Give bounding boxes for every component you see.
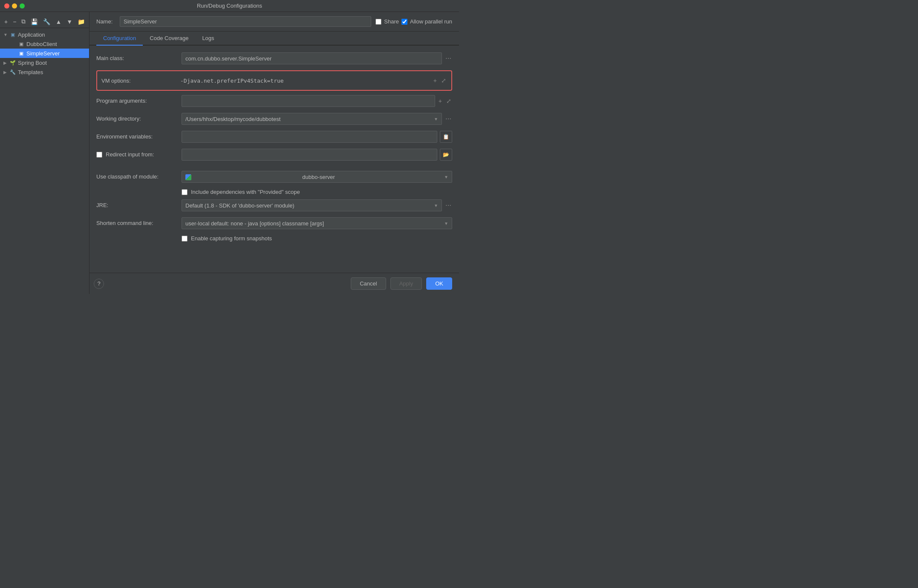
vm-options-input[interactable]: [180, 78, 430, 84]
vm-options-add-button[interactable]: +: [433, 76, 438, 85]
vm-options-expand-button[interactable]: ⤢: [440, 76, 447, 85]
classpath-control: dubbo-server ▼: [182, 171, 452, 183]
redirect-input-checkbox-area: Redirect input from:: [96, 149, 182, 158]
redirect-input-browse-button[interactable]: 📂: [440, 149, 452, 161]
enable-capturing-row: Enable capturing form snapshots: [96, 235, 452, 242]
sidebar-toolbar: + − ⧉ 💾 🔧 ▲ ▼ 📁 ↕: [0, 15, 89, 28]
allow-parallel-checkbox[interactable]: [401, 19, 407, 25]
sidebar-item-simpleserver[interactable]: ▣ SimpleServer: [0, 49, 89, 58]
right-panel: Name: Share Allow parallel run Configura…: [89, 12, 459, 294]
enable-capturing-checkbox[interactable]: [182, 236, 188, 242]
save-config-button[interactable]: 💾: [29, 17, 40, 26]
expand-arrow-templates: ▶: [3, 70, 9, 75]
simpleserver-icon: ▣: [18, 50, 25, 57]
main-layout: + − ⧉ 💾 🔧 ▲ ▼ 📁 ↕ ▼ ▣ Application ▣ Dubb…: [0, 12, 459, 294]
include-deps-label: Include dependencies with "Provided" sco…: [191, 189, 300, 195]
simpleserver-label: SimpleServer: [26, 50, 60, 57]
maximize-button[interactable]: [20, 3, 25, 9]
redirect-input-row: Redirect input from: 📂: [96, 149, 452, 162]
working-dir-arrow-icon: ▼: [434, 117, 438, 121]
move-down-button[interactable]: ▼: [65, 17, 74, 26]
content-area: Main class: ⋯ VM options: + ⤢ Program ar…: [89, 46, 459, 273]
jre-label: JRE:: [96, 199, 182, 208]
springboot-label: Spring Boot: [18, 60, 47, 66]
ok-button[interactable]: OK: [426, 277, 452, 290]
separator-1: [96, 167, 452, 171]
minimize-button[interactable]: [12, 3, 17, 9]
main-class-control: ⋯: [182, 52, 452, 64]
jre-arrow-icon: ▼: [434, 203, 438, 208]
tab-logs[interactable]: Logs: [195, 32, 221, 46]
application-label: Application: [18, 32, 45, 38]
main-class-input[interactable]: [182, 52, 442, 64]
expand-arrow-springboot: ▶: [3, 61, 9, 65]
shorten-cmd-control: user-local default: none - java [options…: [182, 217, 452, 229]
window-controls: [4, 3, 25, 9]
bottom-bar: ? Cancel Apply OK: [89, 273, 459, 294]
env-vars-edit-button[interactable]: 📋: [440, 131, 452, 143]
copy-config-button[interactable]: ⧉: [20, 17, 27, 26]
shorten-cmd-dropdown[interactable]: user-local default: none - java [options…: [182, 217, 452, 229]
program-args-add-button[interactable]: +: [438, 97, 443, 105]
name-label: Name:: [96, 18, 115, 25]
sidebar-item-springboot[interactable]: ▶ 🌱 Spring Boot: [0, 58, 89, 67]
module-icon: [185, 173, 191, 180]
classpath-dropdown[interactable]: dubbo-server ▼: [182, 171, 452, 183]
remove-config-button[interactable]: −: [11, 17, 18, 26]
main-class-browse-button[interactable]: ⋯: [445, 54, 452, 63]
wrench-button[interactable]: 🔧: [41, 17, 52, 26]
templates-label: Templates: [18, 69, 43, 75]
classpath-arrow-icon: ▼: [444, 175, 448, 179]
name-row: Name: Share Allow parallel run: [89, 12, 459, 32]
name-input[interactable]: [120, 16, 371, 27]
redirect-input-label: Redirect input from:: [106, 151, 154, 158]
program-args-row: Program arguments: + ⤢: [96, 95, 452, 109]
enable-capturing-label: Enable capturing form snapshots: [191, 235, 272, 242]
jre-row: JRE: Default (1.8 - SDK of 'dubbo-server…: [96, 199, 452, 213]
move-up-button[interactable]: ▲: [54, 17, 63, 26]
vm-options-control: + ⤢: [180, 76, 447, 85]
dubboclient-label: DubboClient: [26, 41, 57, 47]
allow-parallel-label: Allow parallel run: [410, 18, 452, 25]
apply-button[interactable]: Apply: [390, 277, 422, 290]
shorten-cmd-row: Shorten command line: user-local default…: [96, 217, 452, 231]
vm-options-label: VM options:: [101, 78, 180, 84]
title-bar: Run/Debug Configurations: [0, 0, 459, 12]
tab-configuration[interactable]: Configuration: [96, 32, 143, 46]
include-deps-checkbox[interactable]: [182, 189, 188, 195]
jre-dropdown[interactable]: Default (1.8 - SDK of 'dubbo-server' mod…: [182, 199, 442, 211]
sidebar: + − ⧉ 💾 🔧 ▲ ▼ 📁 ↕ ▼ ▣ Application ▣ Dubb…: [0, 12, 89, 294]
add-config-button[interactable]: +: [3, 17, 9, 26]
env-vars-input[interactable]: [182, 131, 437, 143]
jre-value: Default (1.8 - SDK of 'dubbo-server' mod…: [185, 202, 294, 209]
share-checkbox[interactable]: [375, 19, 381, 25]
env-vars-control: 📋: [182, 131, 452, 143]
working-dir-browse-button[interactable]: ⋯: [445, 115, 452, 123]
tab-codecoverage[interactable]: Code Coverage: [143, 32, 195, 46]
close-button[interactable]: [4, 3, 9, 9]
jre-browse-button[interactable]: ⋯: [445, 201, 452, 210]
springboot-icon: 🌱: [9, 59, 16, 66]
share-label: Share: [384, 18, 399, 25]
sidebar-item-application[interactable]: ▼ ▣ Application: [0, 30, 89, 39]
redirect-input-checkbox[interactable]: [96, 152, 102, 158]
help-button[interactable]: ?: [94, 279, 104, 289]
working-dir-dropdown[interactable]: /Users/hhx/Desktop/mycode/dubbotest ▼: [182, 113, 442, 125]
cancel-button[interactable]: Cancel: [351, 277, 386, 290]
working-dir-row: Working directory: /Users/hhx/Desktop/my…: [96, 113, 452, 127]
sidebar-item-templates[interactable]: ▶ 🔧 Templates: [0, 67, 89, 77]
program-args-label: Program arguments:: [96, 95, 182, 104]
folder-button[interactable]: 📁: [76, 17, 87, 26]
program-args-input[interactable]: [182, 95, 435, 107]
shorten-cmd-value: user-local default: none - java [options…: [185, 220, 324, 227]
program-args-expand-button[interactable]: ⤢: [445, 97, 452, 105]
working-dir-label: Working directory:: [96, 113, 182, 122]
sidebar-item-dubboclient[interactable]: ▣ DubboClient: [0, 39, 89, 49]
main-class-label: Main class:: [96, 52, 182, 61]
dubboclient-icon: ▣: [18, 40, 25, 47]
share-area: Share Allow parallel run: [375, 18, 452, 25]
working-dir-control: /Users/hhx/Desktop/mycode/dubbotest ▼ ⋯: [182, 113, 452, 125]
working-dir-value: /Users/hhx/Desktop/mycode/dubbotest: [185, 116, 280, 122]
redirect-input-field[interactable]: [182, 149, 437, 161]
program-args-control: + ⤢: [182, 95, 452, 107]
